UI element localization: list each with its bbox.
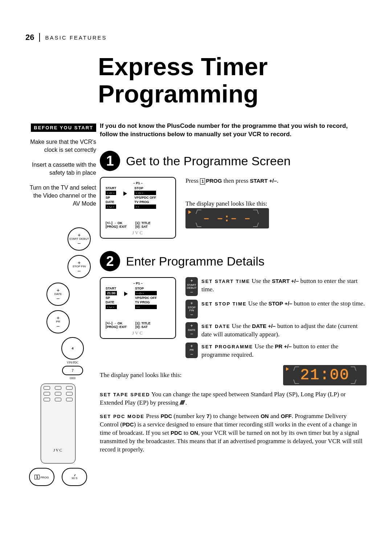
page-title: Express Timer Programming (98, 53, 367, 108)
remote-illustration: +START DEBUT– +STOP FIN– +DATE– +PR– 4 V… (25, 225, 91, 488)
step-1-display-panel: – –:– – (185, 208, 269, 228)
step-1-display-label: The display panel looks like this: (185, 200, 367, 208)
before-you-start-badge: BEFORE YOU START (31, 123, 96, 132)
start-pill-icon: +START DEBUT– (185, 277, 198, 296)
pr-pill-icon: +PR– (185, 343, 198, 358)
prereq-clock: Make sure that the VCR's clock is set co… (25, 138, 96, 154)
step-1-instruction: Press 1PROG then press START +/–. (185, 177, 367, 185)
intro-text: If you do not know the PlusCode number f… (100, 122, 367, 139)
intro-row: BEFORE YOU START If you do not know the … (25, 122, 367, 139)
step-2-tv-screen: – P1 – START21:00 SPDATE- -.- - STOP- -:… (100, 277, 176, 339)
step-1-title: Get to the Programme Screen (126, 154, 291, 168)
remote-key-7: 7 (62, 366, 83, 375)
date-pill-icon: +DATE– (185, 322, 198, 338)
step-2-display-panel: 21:00 (283, 365, 367, 385)
page-number: 26 (25, 33, 34, 42)
set-pdc-mode: SET PDC MODE Press PDC (number key 7) to… (100, 412, 367, 454)
step-2-number: 2 (100, 251, 120, 271)
prerequisites-sidebar: Make sure that the VCR's clock is set co… (25, 138, 96, 215)
remote-key-4: 4 (61, 337, 84, 360)
step-1-tv-screen: – P1 – START- -:- - SPDATE- -.- - STOP- … (100, 177, 176, 239)
section-label: BASIC FEATURES (45, 35, 107, 41)
header-divider (39, 33, 40, 42)
step-1: 1 Get to the Programme Screen – P1 – STA… (100, 151, 367, 239)
step-2-display-label: The display panel looks like this: (100, 371, 277, 380)
prereq-tv: Turn on the TV and select the Video chan… (25, 184, 96, 207)
step-2-title: Enter Programme Details (126, 254, 265, 268)
step-2: 2 Enter Programme Details – P1 – START21… (73, 251, 367, 454)
prereq-cassette: Insert a cassette with the safety tab in… (25, 161, 96, 177)
step-1-number: 1 (100, 151, 120, 171)
stop-pill-icon: +STOP FIN– (185, 300, 198, 319)
set-tape-speed: SET TAPE SPEED You can change the tape s… (100, 390, 367, 407)
tape-speed-icon: //// (180, 399, 184, 407)
page-header: 26 BASIC FEATURES (25, 33, 367, 42)
remote-body: JVC (41, 384, 75, 463)
